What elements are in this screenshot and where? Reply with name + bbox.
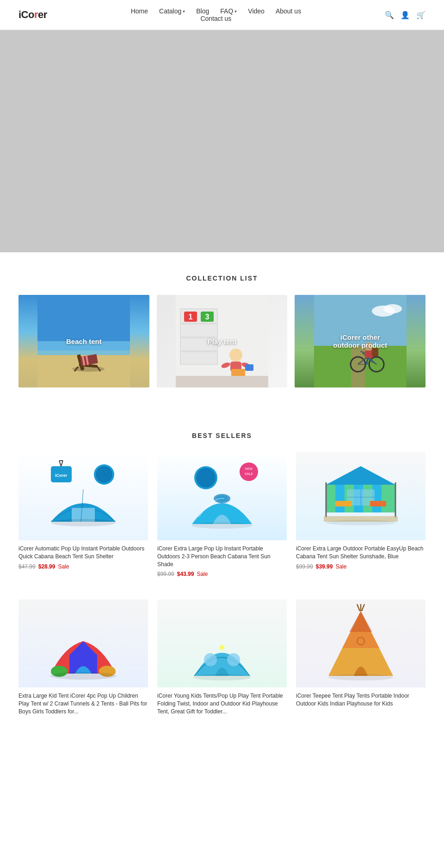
product-image-1: iCorer	[18, 452, 148, 540]
play-scene-svg: 1 3	[176, 295, 268, 387]
product-prices-3: $99.99 $39.99 Sale	[296, 563, 426, 570]
bestsellers-grid: iCorer	[18, 452, 426, 577]
account-icon[interactable]: 👤	[401, 11, 410, 19]
svg-point-80	[227, 653, 240, 666]
svg-rect-66	[382, 485, 395, 512]
svg-line-49	[61, 461, 63, 466]
logo[interactable]: iCorer	[18, 9, 47, 21]
svg-point-62	[191, 522, 253, 529]
nav-blog[interactable]: Blog	[196, 7, 209, 15]
svg-rect-26	[176, 376, 268, 387]
svg-text:NEW: NEW	[245, 467, 253, 470]
svg-point-82	[193, 674, 251, 681]
collection-grid: Beach tent 1 3	[18, 295, 426, 387]
product-card-1[interactable]: iCorer	[18, 452, 148, 577]
site-header: iCorer Home Catalog ▾ Blog FAQ ▾ Video A…	[0, 0, 444, 30]
product-image-6	[296, 599, 426, 687]
nav-video[interactable]: Video	[248, 7, 265, 15]
bestsellers-section: BEST SELLERS iCorer	[0, 410, 444, 599]
svg-text:★: ★	[218, 642, 226, 652]
svg-text:iCorer: iCorer	[55, 473, 68, 478]
play-bg: 1 3	[157, 295, 288, 387]
svg-text:1: 1	[189, 313, 193, 321]
collection-item-outdoor[interactable]: iCorer other outdoor product	[295, 295, 426, 387]
svg-rect-14	[180, 337, 217, 338]
product-title-2: iCorer Extra Large Pop Up Instant Portab…	[157, 545, 287, 568]
bestsellers-title: BEST SELLERS	[18, 432, 426, 439]
svg-text:3: 3	[205, 313, 210, 321]
header-icons: 🔍 👤 🛒	[385, 11, 426, 19]
collection-item-beach[interactable]: Beach tent	[18, 295, 149, 387]
hero-banner	[0, 30, 444, 252]
product-title-5: iCorer Young Kids Tents/Pop Up Play Tent…	[157, 692, 287, 715]
product-card-3[interactable]: iCorer Extra Large Outdoor Portable Easy…	[296, 452, 426, 577]
svg-text:SALE: SALE	[245, 472, 253, 475]
product-title-6: iCorer Teepee Tent Play Tents Portable I…	[296, 692, 426, 708]
product-prices-1: $47.99 $28.99 Sale	[18, 563, 148, 570]
nav-row-2: Contact us	[200, 15, 231, 22]
product-title-1: iCorer Automatic Pop Up Instant Portable…	[18, 545, 148, 561]
svg-point-29	[383, 304, 402, 313]
price-sale-2: $43.99	[177, 571, 194, 577]
product5-svg: ★	[180, 604, 264, 683]
faq-chevron-icon: ▾	[234, 9, 237, 14]
product2-svg: NEW SALE	[180, 457, 264, 536]
svg-line-48	[59, 461, 61, 466]
svg-rect-72	[335, 501, 352, 506]
svg-point-41	[364, 343, 373, 351]
logo-dot: r	[34, 9, 38, 20]
more-products-section: Extra Large Kid Tent iCorer 4pc Pop Up C…	[0, 599, 444, 740]
svg-point-78	[50, 672, 117, 680]
nav-contact[interactable]: Contact us	[200, 15, 231, 22]
product-title-4: Extra Large Kid Tent iCorer 4pc Pop Up C…	[18, 692, 148, 715]
collection-title: COLLECTION LIST	[18, 275, 426, 282]
product-prices-2: $99.99 $43.99 Sale	[157, 571, 287, 577]
svg-rect-15	[180, 350, 217, 352]
product-card-6[interactable]: iCorer Teepee Tent Play Tents Portable I…	[296, 599, 426, 718]
search-icon[interactable]: 🔍	[385, 11, 394, 19]
price-sale-3: $39.99	[316, 563, 333, 570]
price-original-2: $99.99	[157, 571, 174, 577]
product-card-4[interactable]: Extra Large Kid Tent iCorer 4pc Pop Up C…	[18, 599, 148, 718]
more-products-grid: Extra Large Kid Tent iCorer 4pc Pop Up C…	[18, 599, 426, 718]
product4-svg	[42, 604, 125, 683]
product-card-2[interactable]: NEW SALE iCore	[157, 452, 287, 577]
price-original-1: $47.99	[18, 563, 36, 570]
svg-point-55	[240, 462, 258, 481]
product-image-4	[18, 599, 148, 687]
svg-rect-27	[314, 295, 407, 350]
nav-catalog[interactable]: Catalog ▾	[159, 7, 185, 15]
svg-point-20	[229, 349, 242, 362]
sale-label-1: Sale	[58, 563, 69, 570]
svg-point-87	[328, 674, 393, 681]
cart-icon[interactable]: 🛒	[416, 11, 426, 19]
svg-point-79	[204, 653, 217, 666]
svg-point-75	[326, 520, 395, 525]
svg-point-52	[96, 466, 112, 483]
svg-point-59	[196, 468, 216, 487]
catalog-chevron-icon: ▾	[183, 9, 185, 14]
product-image-2: NEW SALE	[157, 452, 287, 540]
nav-row-1: Home Catalog ▾ Blog FAQ ▾ Video About us	[131, 7, 302, 15]
logo-text2: er	[38, 9, 47, 20]
price-original-3: $99.99	[296, 563, 313, 570]
beach-scene-svg	[37, 295, 130, 387]
svg-point-54	[51, 519, 116, 526]
product-card-5[interactable]: ★ iCorer Young Kids Tents/Pop Up Play Te…	[157, 599, 287, 718]
product1-svg: iCorer	[42, 457, 125, 536]
collection-section: COLLECTION LIST	[0, 252, 444, 410]
svg-rect-25	[245, 364, 253, 371]
logo-text: iCo	[18, 9, 34, 20]
svg-rect-63	[326, 485, 335, 512]
outdoor-bg	[295, 295, 426, 387]
nav-home[interactable]: Home	[131, 7, 148, 15]
collection-item-play[interactable]: 1 3 Play tent	[157, 295, 288, 387]
sale-label-2: Sale	[197, 571, 208, 577]
nav-about[interactable]: About us	[276, 7, 301, 15]
product-image-3	[296, 452, 426, 540]
svg-line-83	[357, 604, 360, 611]
nav-faq[interactable]: FAQ ▾	[220, 7, 237, 15]
outdoor-scene-svg	[314, 295, 407, 387]
svg-rect-13	[180, 323, 217, 325]
sale-label-3: Sale	[335, 563, 346, 570]
